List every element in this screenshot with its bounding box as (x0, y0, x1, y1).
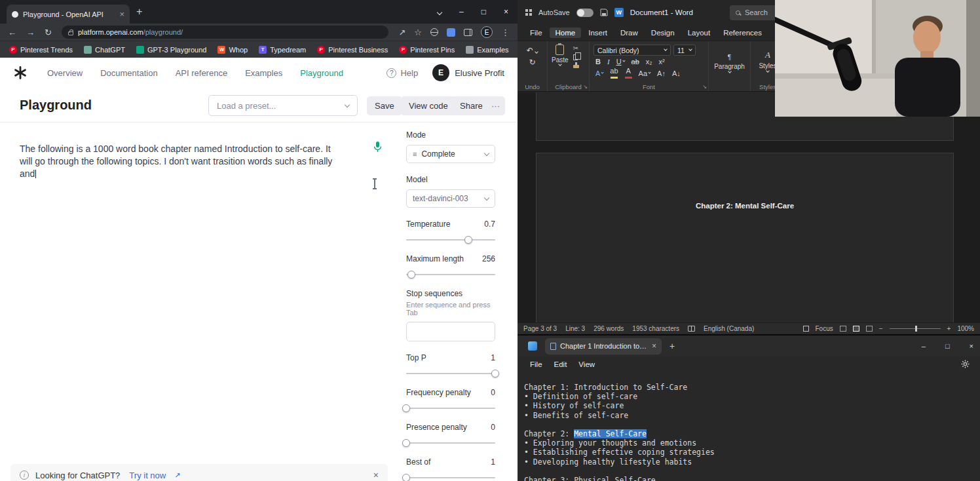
notepad-text-area[interactable]: Chapter 1: Introduction to Self-Care • D… (518, 372, 980, 481)
ribbon-tab[interactable]: File (524, 28, 548, 38)
zoom-slider[interactable] (890, 328, 941, 329)
bookmark-item[interactable]: Examples (466, 46, 508, 54)
dialog-launcher-icon[interactable]: ↘ (583, 84, 588, 90)
app-grid-icon[interactable] (525, 9, 532, 16)
bookmark-star-icon[interactable]: ☆ (414, 28, 422, 37)
word-count[interactable]: 296 words (594, 325, 624, 332)
slider-thumb[interactable] (491, 370, 499, 377)
menu-item[interactable]: View (573, 359, 601, 370)
minimize-button[interactable]: – (922, 342, 926, 350)
bookmark-item[interactable]: P Pinterest Trends (9, 46, 73, 54)
slider-thumb[interactable] (464, 236, 472, 244)
bold-button[interactable]: B (594, 58, 603, 66)
dialog-launcher-icon[interactable]: ↘ (702, 84, 707, 90)
undo-button[interactable]: ↶ (521, 45, 543, 56)
font-name-select[interactable]: Calibri (Body) (594, 45, 671, 56)
grow-font-icon[interactable]: A↑ (655, 69, 668, 77)
change-case-icon[interactable]: Aa (637, 69, 652, 77)
site-nav-link[interactable]: Overview (47, 68, 83, 78)
ribbon-tab[interactable]: References (717, 28, 768, 38)
slider-track[interactable] (406, 373, 495, 374)
mode-select[interactable]: ≡ Complete (406, 145, 495, 163)
site-nav-link[interactable]: Examples (245, 68, 282, 78)
slider-thumb[interactable] (407, 271, 415, 279)
ribbon-tab[interactable]: Draw (614, 28, 644, 38)
reload-icon[interactable]: ↻ (45, 28, 52, 37)
extension-icon[interactable] (447, 28, 455, 37)
preset-select[interactable]: Load a preset... (208, 95, 358, 116)
autosave-toggle[interactable] (576, 9, 594, 17)
strikethrough-button[interactable]: ab (630, 58, 641, 66)
zoom-level[interactable]: 100% (957, 325, 974, 332)
shrink-font-icon[interactable]: A↓ (670, 69, 683, 77)
menu-item[interactable]: Edit (548, 359, 573, 370)
redo-button[interactable]: ↻ (521, 56, 543, 68)
settings-gear-icon[interactable] (961, 360, 970, 370)
share-icon[interactable]: ↗ (398, 28, 405, 37)
slider-thumb[interactable] (402, 404, 410, 412)
slider-track[interactable] (406, 442, 495, 444)
ribbon-tab[interactable]: Design (645, 28, 681, 38)
side-panel-icon[interactable] (464, 29, 472, 36)
address-bar[interactable]: platform.openai.com/playground/ (62, 26, 389, 39)
language-indicator[interactable]: English (Canada) (704, 325, 754, 332)
banner-close-icon[interactable]: × (373, 470, 379, 480)
superscript-button[interactable]: x² (657, 58, 667, 66)
bookmark-item[interactable]: P Pinterest Pins (399, 46, 455, 54)
font-color-icon[interactable]: A (623, 67, 634, 79)
slider-track[interactable] (406, 274, 495, 275)
slider-track[interactable] (406, 477, 495, 478)
bookmark-item[interactable]: T Typedream (259, 46, 306, 54)
print-layout-icon[interactable] (853, 326, 859, 332)
page-indicator[interactable]: Page 3 of 3 (523, 325, 557, 332)
highlight-color-icon[interactable]: ab (608, 67, 620, 79)
paste-button[interactable]: Paste (552, 45, 569, 82)
bookmark-item[interactable]: ChatGPT (84, 46, 125, 54)
save-icon[interactable] (600, 9, 608, 16)
document-page[interactable]: Chapter 2: Mental Self-Care (536, 153, 954, 322)
forward-icon[interactable]: → (26, 28, 35, 37)
format-painter-icon[interactable] (573, 65, 579, 68)
view-code-button[interactable]: View code (401, 96, 456, 115)
close-button[interactable]: × (504, 7, 508, 16)
font-size-select[interactable]: 11 (673, 45, 696, 56)
new-tab-button[interactable]: + (669, 341, 675, 351)
globe-icon[interactable] (430, 28, 438, 36)
tab-close-icon[interactable]: × (119, 10, 124, 18)
ribbon-tab[interactable]: Layout (682, 28, 717, 38)
openai-logo-icon[interactable] (13, 66, 28, 80)
mic-icon[interactable] (373, 142, 382, 155)
text-effects-icon[interactable]: A (594, 69, 605, 77)
copy-icon[interactable] (573, 54, 578, 60)
bookmark-item[interactable]: W Whop (217, 46, 248, 54)
character-count[interactable]: 1953 characters (632, 325, 679, 332)
site-nav-link[interactable]: Playground (300, 68, 343, 78)
stop-sequences-input[interactable] (406, 322, 495, 341)
new-tab-button[interactable]: + (136, 6, 142, 18)
kebab-menu-icon[interactable]: ⋮ (501, 28, 510, 37)
chevron-down-icon[interactable] (438, 7, 442, 16)
paragraph-menu-button[interactable]: ¶ Paragraph (713, 45, 746, 81)
notepad-tab[interactable]: Chapter 1 Introduction to Self-Care × (545, 338, 662, 355)
proofing-icon[interactable] (688, 326, 695, 332)
account-avatar[interactable]: E (432, 64, 449, 81)
maximize-button[interactable]: □ (481, 7, 486, 16)
focus-button[interactable]: Focus (816, 325, 833, 332)
cut-icon[interactable]: ✂ (573, 45, 579, 52)
site-nav-link[interactable]: API reference (176, 68, 228, 78)
maximize-button[interactable]: □ (945, 342, 950, 350)
underline-button[interactable]: U (614, 58, 627, 66)
tab-close-icon[interactable]: × (652, 341, 656, 351)
subscript-button[interactable]: x₂ (644, 58, 654, 66)
bookmark-item[interactable]: P Pinterest Business (317, 46, 388, 54)
zoom-slider-thumb[interactable] (915, 326, 917, 332)
site-nav-link[interactable]: Documentation (100, 68, 157, 78)
slider-track[interactable] (406, 239, 495, 240)
prompt-textarea[interactable]: The following is a 1000 word book chapte… (20, 143, 346, 180)
slider-thumb[interactable] (402, 474, 410, 481)
model-select[interactable]: text-davinci-003 (406, 189, 495, 208)
slider-thumb[interactable] (402, 439, 410, 447)
read-mode-icon[interactable] (840, 326, 846, 332)
ribbon-tab[interactable]: Home (550, 28, 582, 38)
back-icon[interactable]: ← (8, 28, 16, 37)
